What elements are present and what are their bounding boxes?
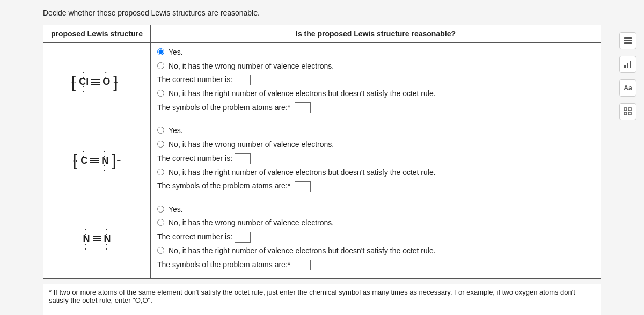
svg-rect-5 (630, 61, 631, 68)
option-r2-no-octet[interactable]: No, it has the right number of valence e… (157, 167, 594, 178)
n1-atom: • • N • • (83, 233, 90, 245)
sidebar-icon-grid[interactable] (619, 103, 636, 120)
radio-r2-yes[interactable] (157, 127, 164, 134)
table-row: [ • • C • • (43, 121, 601, 200)
options-cell-1: Yes. No, it has the wrong number of vale… (151, 43, 601, 121)
structure-cell-3: • • N • • (43, 200, 151, 278)
lewis-table: proposed Lewis structure Is the proposed… (43, 25, 601, 279)
sidebar-icon-table[interactable] (619, 32, 636, 49)
svg-rect-0 (624, 37, 632, 39)
nn-group: • • N • • (82, 233, 112, 245)
option-r1-correct-num: The correct number is: (157, 75, 594, 85)
col2-header: Is the proposed Lewis structure reasonab… (151, 25, 601, 43)
options-cell-2: Yes. No, it has the wrong number of vale… (151, 121, 601, 200)
radio-r2-no-valence[interactable] (157, 141, 164, 148)
label-r1-correct-num: The correct number is: (157, 75, 251, 85)
input-r2-correct-num[interactable] (235, 153, 251, 164)
option-r3-symbols: The symbols of the problem atoms are:* (157, 260, 594, 270)
sidebar-icons: Aa (619, 32, 636, 120)
option-r2-symbols: The symbols of the problem atoms are:* (157, 181, 594, 192)
svg-rect-1 (624, 40, 632, 41)
input-r1-symbols[interactable] (295, 102, 311, 113)
table-row: [ • • Cl • • • • (43, 43, 601, 121)
label-r1-yes: Yes. (169, 47, 183, 58)
col1-header: proposed Lewis structure (43, 25, 151, 43)
option-r1-no-valence[interactable]: No, it has the wrong number of valence e… (157, 61, 594, 72)
structure-cell-2: [ • • C • • (43, 121, 151, 200)
triple-bond-3 (93, 236, 101, 241)
svg-rect-4 (627, 63, 628, 68)
label-r3-correct-num: The correct number is: (157, 232, 251, 243)
radio-r1-yes[interactable] (157, 48, 164, 55)
charge-1: − (119, 78, 123, 86)
input-r3-symbols[interactable] (295, 260, 311, 270)
c-atom: • • C • • (80, 155, 87, 166)
input-r3-correct-num[interactable] (235, 232, 251, 243)
option-r2-yes[interactable]: Yes. (157, 126, 594, 136)
o-atom: • • O • • (103, 76, 110, 87)
lewis-structure-clo: [ • • Cl • • • • (50, 63, 144, 101)
lewis-structure-cn: [ • • C • • (50, 142, 144, 179)
lewis-structure-nn: • • N • • (50, 220, 144, 258)
input-r2-symbols[interactable] (295, 181, 311, 192)
sidebar-icon-chart[interactable] (619, 56, 636, 73)
label-r3-yes: Yes. (169, 204, 183, 215)
label-r2-no-valence: No, it has the wrong number of valence e… (169, 140, 334, 150)
n-atom-cn: • • N • • (101, 155, 108, 166)
charge-2: − (117, 157, 121, 165)
svg-rect-7 (628, 108, 631, 111)
label-r1-no-octet: No, it has the right number of valence e… (169, 89, 436, 99)
option-r2-no-valence[interactable]: No, it has the wrong number of valence e… (157, 140, 594, 150)
label-r2-correct-num: The correct number is: (157, 153, 251, 164)
option-r3-no-octet[interactable]: No, it has the right number of valence e… (157, 246, 594, 257)
label-r3-no-octet: No, it has the right number of valence e… (169, 246, 436, 257)
label-r2-yes: Yes. (169, 126, 183, 136)
triple-bond-1 (91, 79, 100, 85)
option-r1-no-octet[interactable]: No, it has the right number of valence e… (157, 89, 594, 99)
option-r3-no-valence[interactable]: No, it has the wrong number of valence e… (157, 218, 594, 229)
sidebar-icon-text[interactable]: Aa (619, 79, 636, 97)
text-icon-label: Aa (624, 84, 632, 92)
label-r3-no-valence: No, it has the wrong number of valence e… (169, 218, 334, 229)
label-r2-no-octet: No, it has the right number of valence e… (169, 167, 436, 178)
clo-inner: • • Cl • • • • (76, 72, 113, 92)
options-cell-3: Yes. No, it has the wrong number of vale… (151, 200, 601, 278)
option-r2-correct-num: The correct number is: (157, 153, 594, 164)
svg-rect-2 (624, 42, 632, 44)
intro-text: Decide whether these proposed Lewis stru… (43, 9, 601, 17)
radio-r3-no-octet[interactable] (157, 247, 164, 254)
n2-atom: • • N • • (104, 233, 111, 245)
option-r1-yes[interactable]: Yes. (157, 47, 594, 58)
option-r3-yes[interactable]: Yes. (157, 204, 594, 215)
label-r3-symbols: The symbols of the problem atoms are:* (157, 260, 311, 270)
svg-rect-6 (624, 108, 627, 111)
svg-rect-3 (624, 65, 626, 68)
option-r3-correct-num: The correct number is: (157, 232, 594, 243)
radio-r1-no-octet[interactable] (157, 90, 164, 97)
input-r1-correct-num[interactable] (235, 75, 251, 85)
table-row: • • N • • (43, 200, 601, 278)
action-row: × ↺ ? (43, 309, 601, 315)
label-r2-symbols: The symbols of the problem atoms are:* (157, 181, 311, 192)
label-r1-no-valence: No, it has the wrong number of valence e… (169, 61, 334, 72)
cn-inner: • • C • • (77, 151, 112, 171)
footnote: * If two or more atoms of the same eleme… (43, 284, 601, 309)
svg-rect-9 (628, 112, 631, 115)
option-r1-symbols: The symbols of the problem atoms are:* (157, 102, 594, 113)
radio-r3-yes[interactable] (157, 206, 164, 213)
radio-r2-no-octet[interactable] (157, 169, 164, 175)
cl-atom: • • Cl • • • • (79, 76, 89, 87)
radio-r1-no-valence[interactable] (157, 62, 164, 69)
structure-cell-1: [ • • Cl • • • • (43, 43, 151, 121)
label-r1-symbols: The symbols of the problem atoms are:* (157, 102, 311, 113)
bracket-right-2: ] (112, 152, 116, 169)
radio-r3-no-valence[interactable] (157, 219, 164, 226)
triple-bond-2 (90, 158, 99, 163)
svg-rect-8 (624, 112, 627, 115)
